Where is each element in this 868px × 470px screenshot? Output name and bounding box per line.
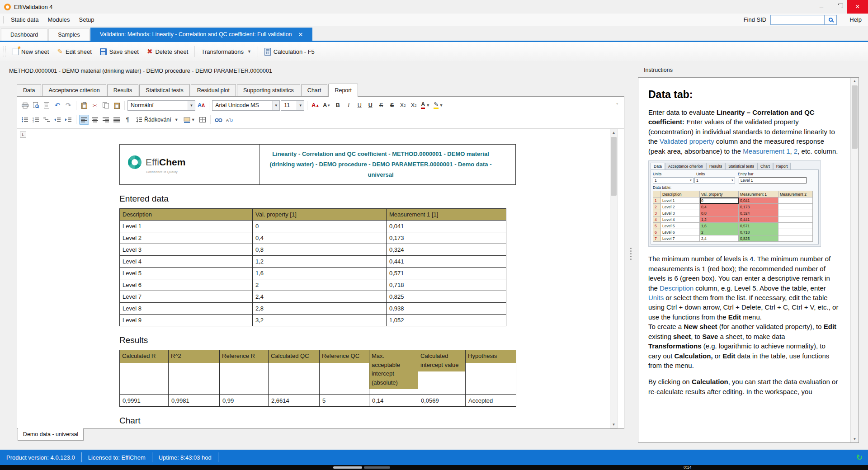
tab-residual-plot[interactable]: Residual plot [191,84,236,96]
edit-sheet-button[interactable]: ✎Edit sheet [53,45,95,58]
editor-toolbar-row-2: 123 ¶ Řádkování▼ ▼ AB [20,113,621,127]
tab-data[interactable]: Data [17,84,41,96]
double-strikethrough-button[interactable]: S [387,100,397,110]
paragraph-marks-button[interactable]: ¶ [123,115,132,125]
multilevel-list-button[interactable] [42,115,52,125]
numbered-list-button[interactable]: 123 [31,115,41,125]
justify-button[interactable] [112,115,122,125]
menu-static-data[interactable]: Static data [6,14,43,26]
cut-button[interactable]: ✂ [90,100,100,110]
save-sheet-label: Save sheet [109,48,139,55]
tab-supporting-statistics[interactable]: Supporting statistics [237,84,300,96]
restore-button[interactable] [830,0,847,14]
refresh-icon[interactable]: ↻ [856,453,863,462]
superscript-button[interactable]: X2 [398,100,408,110]
find-sid-box [770,15,837,25]
find-sid-button[interactable] [825,15,837,25]
paste-button[interactable] [79,100,89,110]
paste-special-button[interactable] [112,100,122,110]
col-reference-r: Reference R [220,350,269,395]
transformations-label: Transformations [201,48,243,55]
font-dialog-button[interactable]: AA [196,100,206,110]
find-button[interactable] [213,115,224,125]
replace-button[interactable]: AB [225,115,236,125]
scrollbar-thumb[interactable] [611,137,617,196]
new-sheet-button[interactable]: New sheet [9,45,53,58]
font-color-button[interactable]: A▼ [420,100,431,110]
scrollbar-thumb[interactable] [852,85,858,149]
method-context-line: METHOD.0000001 - DEMO material (drinking… [9,68,272,74]
redo-button[interactable]: ↷ [63,100,73,110]
instructions-scrollbar[interactable]: ▲ ▼ [850,78,859,442]
transformations-button[interactable]: Transformations▼ [197,45,255,58]
minimize-button[interactable]: – [813,0,830,14]
highlight-color-button[interactable]: ✎▼ [432,100,444,110]
double-underline-button[interactable]: U [365,100,375,110]
table-header-row: Description Val. property [1] Measuremen… [120,209,506,221]
tab-statistical-tests[interactable]: Statistical tests [139,84,189,96]
print-preview-button[interactable] [31,100,41,110]
ruler-corner-icon[interactable]: L [20,132,26,138]
results-table: Calculated R R^2 Reference R Calculated … [119,350,516,407]
link-measurement-1[interactable]: Measurement 1 [743,147,790,155]
tab-validation[interactable]: Validation: Methods: Linearity - Correla… [90,28,313,41]
tab-acceptance-criterion[interactable]: Acceptance criterion [42,84,106,96]
zoom-page-button[interactable] [42,100,52,110]
sheet-tab-demo-data[interactable]: Demo data - universal [18,428,84,441]
copy-button[interactable] [101,100,111,110]
toolbar-overflow-chevron[interactable]: ˅ [616,103,619,108]
tab-dashboard[interactable]: Dashboard [1,28,47,41]
tab-samples[interactable]: Samples [48,28,90,41]
close-button[interactable]: × [847,0,868,14]
subscript-button[interactable]: X2 [409,100,419,110]
text-segment-bold: Save [702,333,718,340]
link-measurement-2[interactable]: 2 [794,147,797,155]
panel-splitter-handle[interactable] [630,248,632,260]
align-center-button[interactable] [90,115,100,125]
delete-sheet-button[interactable]: ✖Delete sheet [143,45,193,58]
tab-report[interactable]: Report [328,84,358,96]
save-sheet-button[interactable]: Save sheet [96,45,143,58]
underline-button[interactable]: U [354,100,364,110]
borders-button[interactable] [198,115,208,125]
scroll-up-icon[interactable]: ▲ [851,78,859,85]
shading-button[interactable]: ▼ [182,115,197,125]
scroll-down-icon[interactable]: ▼ [610,421,617,428]
document-scrollbar[interactable]: ▲ ▼ [610,129,618,428]
cell: 2,4 [253,291,387,303]
close-tab-icon[interactable]: ✕ [298,31,303,38]
link-units[interactable]: Units [648,294,664,301]
decrease-indent-button[interactable] [52,115,62,125]
link-description[interactable]: Description [660,284,693,292]
mini-units-combo-1: 1▼ [653,177,693,183]
tab-chart[interactable]: Chart [301,84,328,96]
tab-results[interactable]: Results [107,84,139,96]
table-row: Level 82,80,938 [120,303,506,315]
scroll-down-icon[interactable]: ▼ [851,436,859,442]
font-size-select[interactable]: 11▼ [281,100,304,111]
align-right-button[interactable] [101,115,111,125]
link-validated-property[interactable]: Validated property [660,137,714,145]
bold-button[interactable]: B [333,100,343,110]
increase-indent-button[interactable] [63,115,73,125]
grow-font-button[interactable]: A▲ [310,100,321,110]
find-sid-input[interactable] [770,15,825,25]
line-spacing-button[interactable]: Řádkování▼ [133,117,181,123]
text-segment-bold: Edit [728,313,741,321]
restore-icon [837,5,841,9]
menu-setup[interactable]: Setup [75,14,99,26]
calculation-button[interactable]: Calculation - F5 [260,45,319,58]
print-button[interactable] [20,100,30,110]
shrink-font-button[interactable]: A▼ [321,100,332,110]
undo-button[interactable]: ↶ [52,100,62,110]
font-family-select[interactable]: Arial Unicode MS▼ [212,100,280,111]
menu-modules[interactable]: Modules [43,14,74,26]
scroll-up-icon[interactable]: ▲ [610,129,617,136]
bullet-list-button[interactable] [20,115,30,125]
menu-help[interactable]: Help [849,16,862,23]
strikethrough-button[interactable]: S [376,100,386,110]
paragraph-style-select[interactable]: Normální▼ [127,100,195,111]
pencil-icon: ✎ [57,47,63,56]
italic-button[interactable]: I [344,100,354,110]
align-left-button[interactable] [79,115,89,125]
